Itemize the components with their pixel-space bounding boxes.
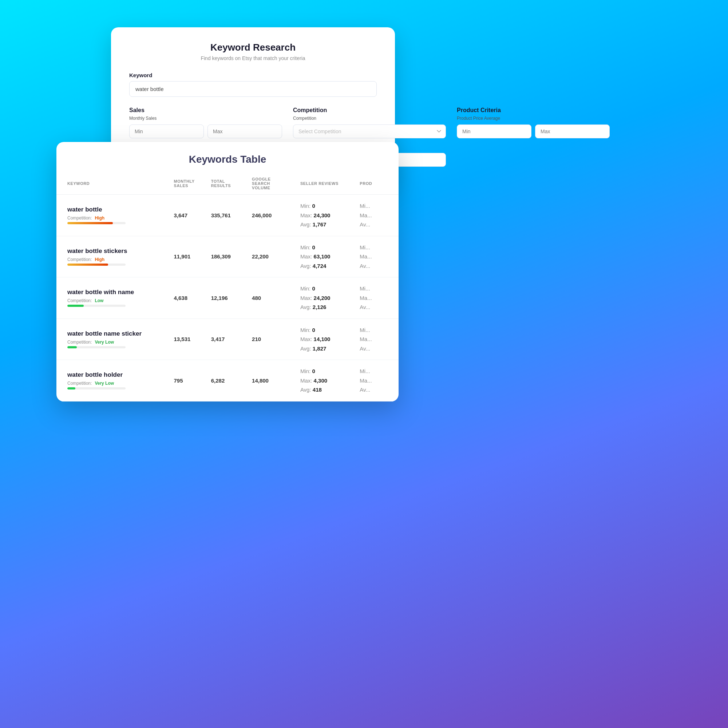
prod-avg-4: Av... [359,385,393,395]
progress-bar-container-3 [67,346,125,348]
progress-bar-fill-4 [67,387,75,390]
monthly-sales-cell-1: 11,901 [168,236,205,277]
reviews-min-0: Min: 0 [300,201,348,211]
competition-value-1: High [95,257,104,262]
competition-select[interactable]: Select Competition Low Medium High [293,124,446,138]
table-body: water bottle Competition: High 3,647335,… [57,195,399,401]
competition-label-0: Competition: [67,216,92,220]
table-head: KEYWORD MONTHLY SALES TOTAL RESULTS GOOG… [57,173,399,195]
col-header-monthly-sales: MONTHLY SALES [168,173,205,195]
keywords-table: KEYWORD MONTHLY SALES TOTAL RESULTS GOOG… [57,173,399,401]
sales-max-input[interactable] [208,124,282,138]
keyword-cell-1: water bottle stickers Competition: High [57,236,168,277]
competition-label-1: Competition: [67,257,92,262]
reviews-avg-0: Avg: 1,767 [300,220,348,229]
prod-avg-3: Av... [359,344,393,353]
table-row: water bottle with name Competition: Low … [57,277,399,319]
product-cell-3: Mi... Ma... Av... [354,318,399,360]
competition-label-4: Competition: [67,381,92,386]
reviews-avg-3: Avg: 1,827 [300,344,348,353]
google-search-volume-cell-3: 210 [246,318,294,360]
table-header-row: KEYWORD MONTHLY SALES TOTAL RESULTS GOOG… [57,173,399,195]
progress-bar-container-1 [67,263,125,266]
total-results-cell-3: 3,417 [205,318,246,360]
reviews-min-2: Min: 0 [300,284,348,294]
reviews-min-3: Min: 0 [300,326,348,335]
reviews-max-0: Max: 24,300 [300,211,348,220]
product-cell-1: Mi... Ma... Av... [354,236,399,277]
table-row: water bottle stickers Competition: High … [57,236,399,277]
card-back-subtitle: Find keywords on Etsy that match your cr… [129,55,377,61]
keyword-cell-0: water bottle Competition: High [57,195,168,236]
prod-max-4: Ma... [359,376,393,385]
keyword-cell-2: water bottle with name Competition: Low [57,277,168,319]
prod-max-0: Ma... [359,211,393,220]
prod-min-3: Mi... [359,326,393,335]
total-results-cell-4: 6,282 [205,360,246,401]
sales-min-input[interactable] [129,124,204,138]
keywords-table-card: Keywords Table KEYWORD MONTHLY SALES TOT… [57,142,399,401]
product-cell-2: Mi... Ma... Av... [354,277,399,319]
table-row: water bottle holder Competition: Very Lo… [57,360,399,401]
competition-title: Competition [293,107,446,113]
reviews-max-4: Max: 4,300 [300,376,348,385]
reviews-avg-1: Avg: 4,724 [300,262,348,271]
competition-row-3: Competition: Very Low [67,340,162,345]
competition-sublabel: Competition [293,116,446,121]
keyword-cell-4: water bottle holder Competition: Very Lo… [57,360,168,401]
product-criteria-min-input[interactable] [457,124,531,138]
keyword-name-3: water bottle name sticker [67,330,162,337]
product-criteria-title: Product Criteria [457,107,610,113]
keyword-cell-3: water bottle name sticker Competition: V… [57,318,168,360]
monthly-sales-cell-2: 4,638 [168,277,205,319]
reviews-max-2: Max: 24,200 [300,294,348,303]
seller-reviews-cell-3: Min: 0 Max: 14,100 Avg: 1,827 [294,318,354,360]
keyword-name-2: water bottle with name [67,289,162,296]
prod-min-1: Mi... [359,243,393,252]
col-header-google-search-volume: GOOGLE SEARCH VOLUME [246,173,294,195]
keyword-name-0: water bottle [67,206,162,213]
progress-bar-fill-1 [67,263,108,266]
competition-label-3: Competition: [67,340,92,345]
prod-min-2: Mi... [359,284,393,294]
monthly-sales-cell-3: 13,531 [168,318,205,360]
total-results-cell-2: 12,196 [205,277,246,319]
table-row: water bottle Competition: High 3,647335,… [57,195,399,236]
keyword-name-4: water bottle holder [67,371,162,379]
prod-avg-2: Av... [359,303,393,312]
seller-reviews-cell-4: Min: 0 Max: 4,300 Avg: 418 [294,360,354,401]
keyword-name-1: water bottle stickers [67,248,162,255]
product-cell-0: Mi... Ma... Av... [354,195,399,236]
product-criteria-filter-group: Product Criteria Product Price Average [457,107,610,167]
col-header-product: PROD [354,173,399,195]
reviews-avg-2: Avg: 2,126 [300,303,348,312]
progress-bar-fill-2 [67,305,84,307]
monthly-sales-cell-4: 795 [168,360,205,401]
sales-title: Sales [129,107,282,113]
prod-min-0: Mi... [359,201,393,211]
prod-avg-0: Av... [359,220,393,229]
reviews-min-4: Min: 0 [300,367,348,376]
product-criteria-min-max-row [457,124,610,138]
total-results-cell-0: 335,761 [205,195,246,236]
competition-label-2: Competition: [67,298,92,303]
progress-bar-container-2 [67,305,125,307]
reviews-max-1: Max: 63,100 [300,252,348,262]
prod-avg-1: Av... [359,262,393,271]
keyword-input-group: Keyword [129,72,377,97]
table-row: water bottle name sticker Competition: V… [57,318,399,360]
col-header-total-results: TOTAL RESULTS [205,173,246,195]
prod-max-3: Ma... [359,335,393,344]
progress-bar-fill-0 [67,222,113,224]
competition-value-3: Very Low [95,340,114,345]
prod-max-2: Ma... [359,294,393,303]
keyword-input[interactable] [129,81,377,97]
card-back-header: Keyword Research Find keywords on Etsy t… [129,42,377,61]
product-cell-4: Mi... Ma... Av... [354,360,399,401]
product-criteria-max-input[interactable] [535,124,610,138]
competition-value-0: High [95,216,104,220]
competition-value-4: Very Low [95,381,114,386]
table-header-section: Keywords Table [57,142,399,173]
progress-bar-container-0 [67,222,125,224]
seller-reviews-cell-0: Min: 0 Max: 24,300 Avg: 1,767 [294,195,354,236]
